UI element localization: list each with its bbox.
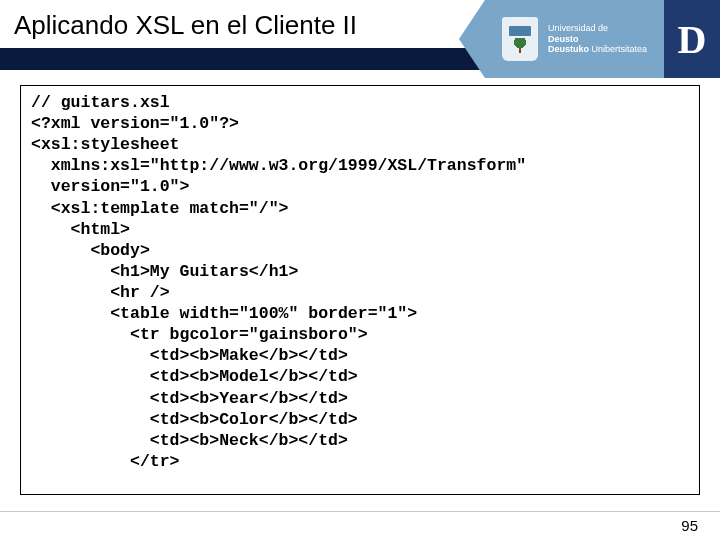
crest-tree-icon [513,38,527,52]
uni-line3-bold: Deustuko [548,44,589,54]
logo-chevron [459,0,485,78]
code-line: // guitars.xsl [31,93,170,112]
footer-divider [0,511,720,512]
uni-line1: Universidad de [548,23,647,34]
code-line: <tr bgcolor="gainsboro"> [31,325,368,344]
code-line: <xsl:stylesheet [31,135,180,154]
slide-header: Aplicando XSL en el Cliente II Universid… [0,0,720,78]
code-block: // guitars.xsl <?xml version="1.0"?> <xs… [20,85,700,495]
uni-line3: Deustuko Unibertsitatea [548,44,647,55]
logo-letter-d: D [664,0,720,78]
code-line: <xsl:template match="/"> [31,199,288,218]
code-line: <td><b>Color</b></td> [31,410,358,429]
code-line: <td><b>Year</b></td> [31,389,348,408]
uni-line2: Deusto [548,34,647,45]
code-line: <body> [31,241,150,260]
code-line: <h1>My Guitars</h1> [31,262,298,281]
code-line: <td><b>Neck</b></td> [31,431,348,450]
code-line: </tr> [31,452,180,471]
logo-main: Universidad de Deusto Deustuko Unibertsi… [485,0,664,78]
code-line: <td><b>Model</b></td> [31,367,358,386]
university-logo: Universidad de Deusto Deustuko Unibertsi… [485,0,720,78]
code-line: <hr /> [31,283,170,302]
code-line: xmlns:xsl="http://www.w3.org/1999/XSL/Tr… [31,156,526,175]
code-line: version="1.0"> [31,177,189,196]
crest-books-icon [509,26,531,36]
university-name: Universidad de Deusto Deustuko Unibertsi… [548,23,647,55]
code-line: <td><b>Make</b></td> [31,346,348,365]
page-number: 95 [681,517,698,534]
code-line: <html> [31,220,130,239]
crest-icon [502,17,538,61]
title-underline-bar [0,48,485,70]
code-line: <?xml version="1.0"?> [31,114,239,133]
code-line: <table width="100%" border="1"> [31,304,417,323]
uni-line3-rest: Unibertsitatea [589,44,647,54]
